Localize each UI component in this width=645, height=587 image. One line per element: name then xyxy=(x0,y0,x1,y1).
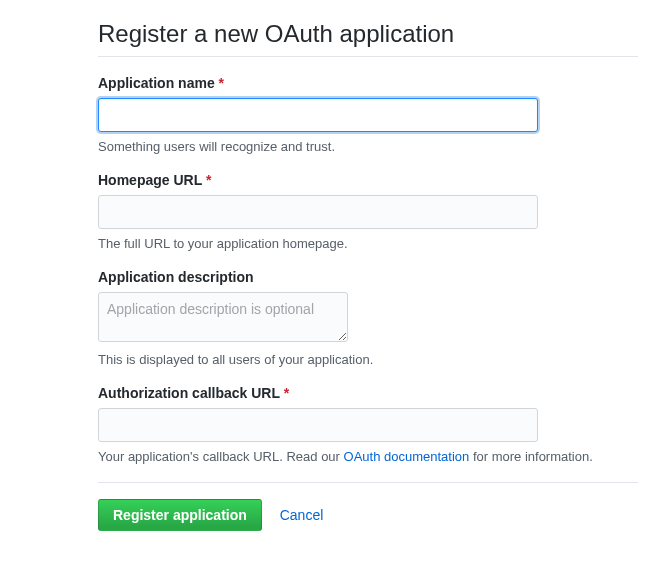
app-name-label: Application name * xyxy=(98,75,638,91)
callback-url-help: Your application's callback URL. Read ou… xyxy=(98,449,638,464)
homepage-url-label-text: Homepage URL xyxy=(98,172,202,188)
callback-url-group: Authorization callback URL * Your applic… xyxy=(98,385,638,464)
callback-help-prefix: Your application's callback URL. Read ou… xyxy=(98,449,344,464)
description-label: Application description xyxy=(98,269,638,285)
callback-url-label-text: Authorization callback URL xyxy=(98,385,280,401)
homepage-url-group: Homepage URL * The full URL to your appl… xyxy=(98,172,638,251)
app-name-help: Something users will recognize and trust… xyxy=(98,139,638,154)
register-button[interactable]: Register application xyxy=(98,499,262,531)
app-name-label-text: Application name xyxy=(98,75,215,91)
form-actions: Register application Cancel xyxy=(98,482,638,531)
callback-help-suffix: for more information. xyxy=(469,449,593,464)
description-help: This is displayed to all users of your a… xyxy=(98,352,638,367)
homepage-url-label: Homepage URL * xyxy=(98,172,638,188)
description-group: Application description This is displaye… xyxy=(98,269,638,367)
page-title: Register a new OAuth application xyxy=(98,20,638,57)
required-asterisk: * xyxy=(206,172,211,188)
oauth-docs-link[interactable]: OAuth documentation xyxy=(344,449,470,464)
homepage-url-help: The full URL to your application homepag… xyxy=(98,236,638,251)
required-asterisk: * xyxy=(284,385,289,401)
description-textarea[interactable] xyxy=(98,292,348,342)
callback-url-label: Authorization callback URL * xyxy=(98,385,638,401)
callback-url-input[interactable] xyxy=(98,408,538,442)
app-name-input[interactable] xyxy=(98,98,538,132)
cancel-button[interactable]: Cancel xyxy=(280,507,324,523)
homepage-url-input[interactable] xyxy=(98,195,538,229)
app-name-group: Application name * Something users will … xyxy=(98,75,638,154)
required-asterisk: * xyxy=(219,75,224,91)
